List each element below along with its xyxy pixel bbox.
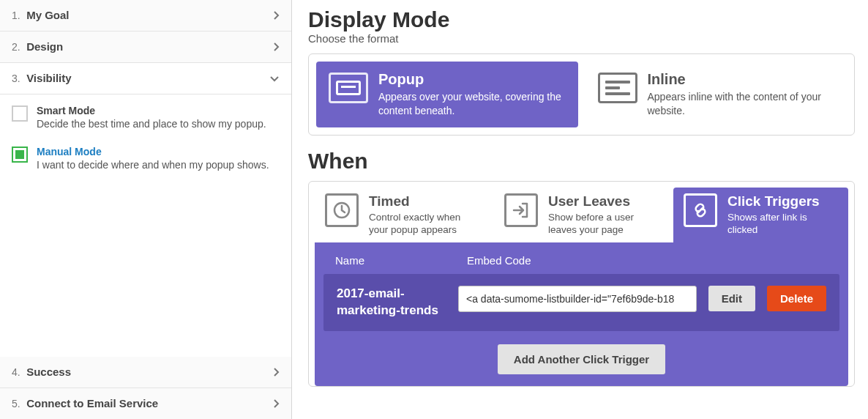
tab-title: Click Triggers [727, 193, 838, 210]
tab-desc: Show before a user leaves your page [548, 211, 659, 237]
step-label: My Goal [26, 9, 69, 21]
step-num: 4. [12, 366, 20, 378]
tab-timed[interactable]: Timed Control exactly when your popup ap… [315, 188, 490, 242]
step-label: Success [26, 366, 71, 378]
mode-title: Manual Mode [37, 146, 269, 157]
checkbox-unchecked-icon[interactable] [12, 105, 28, 122]
chevron-down-icon [269, 75, 280, 82]
click-triggers-header: Name Embed Code [315, 254, 848, 274]
trigger-name: 2017-email-marketing-trends [337, 286, 446, 319]
mode-desc: I want to decide where and when my popup… [37, 159, 269, 171]
sidebar: 1. My Goal 2. Design 3. Visibility Smart… [0, 0, 292, 419]
chevron-right-icon [272, 42, 280, 52]
chevron-right-icon [272, 10, 280, 21]
click-triggers-body: Name Embed Code 2017-email-marketing-tre… [315, 242, 848, 386]
card-desc: Appears inline with the content of your … [648, 90, 835, 118]
add-trigger-button[interactable]: Add Another Click Trigger [498, 344, 665, 374]
display-option-inline[interactable]: Inline Appears inline with the content o… [585, 62, 848, 127]
when-heading: When [308, 149, 855, 174]
step-success[interactable]: 4. Success [0, 357, 291, 388]
mode-desc: Decide the best time and place to show m… [37, 118, 266, 130]
card-desc: Appears over your website, covering the … [378, 90, 566, 118]
display-option-popup[interactable]: Popup Appears over your website, coverin… [316, 62, 578, 127]
display-mode-options: Popup Appears over your website, coverin… [308, 53, 855, 136]
step-num: 2. [12, 41, 20, 53]
main-content: Display Mode Choose the format Popup App… [292, 0, 868, 419]
tab-title: User Leaves [548, 193, 659, 210]
checkbox-checked-icon[interactable] [12, 147, 28, 163]
display-mode-subheading: Choose the format [308, 32, 855, 45]
tab-desc: Shows after link is clicked [727, 211, 838, 237]
step-my-goal[interactable]: 1. My Goal [0, 0, 291, 31]
when-panel: Timed Control exactly when your popup ap… [308, 181, 855, 387]
popup-icon [329, 73, 368, 103]
display-mode-heading: Display Mode [308, 7, 855, 32]
col-embed: Embed Code [467, 254, 531, 267]
step-label: Connect to Email Service [26, 397, 158, 409]
step-connect-email[interactable]: 5. Connect to Email Service [0, 388, 291, 419]
exit-icon [504, 193, 538, 227]
tab-desc: Control exactly when your popup appears [369, 211, 479, 237]
tab-title: Timed [369, 193, 479, 210]
step-label: Visibility [26, 72, 71, 84]
chevron-right-icon [272, 398, 280, 409]
link-icon [684, 193, 717, 227]
when-tabs: Timed Control exactly when your popup ap… [315, 188, 848, 242]
step-num: 3. [12, 73, 20, 84]
chevron-right-icon [272, 367, 280, 377]
embed-code-input[interactable] [458, 286, 697, 312]
smart-mode-option[interactable]: Smart Mode Decide the best time and plac… [12, 105, 280, 130]
tab-click-triggers[interactable]: Click Triggers Shows after link is click… [673, 188, 848, 242]
step-label: Design [26, 40, 63, 53]
clock-icon [325, 193, 359, 227]
visibility-modes: Smart Mode Decide the best time and plac… [0, 94, 291, 357]
card-title: Popup [378, 71, 566, 87]
trigger-row: 2017-email-marketing-trends Edit Delete [323, 274, 839, 331]
step-num: 1. [12, 10, 20, 21]
step-num: 5. [12, 398, 20, 409]
mode-title: Smart Mode [37, 105, 266, 116]
col-name: Name [335, 254, 467, 267]
tab-user-leaves[interactable]: User Leaves Show before a user leaves yo… [494, 188, 669, 242]
delete-button[interactable]: Delete [767, 286, 826, 311]
manual-mode-option[interactable]: Manual Mode I want to decide where and w… [12, 146, 280, 171]
step-design[interactable]: 2. Design [0, 31, 291, 63]
card-title: Inline [648, 71, 835, 87]
embed-code-field [458, 286, 697, 312]
step-visibility[interactable]: 3. Visibility [0, 63, 291, 94]
edit-button[interactable]: Edit [708, 286, 755, 311]
inline-icon [598, 73, 637, 103]
